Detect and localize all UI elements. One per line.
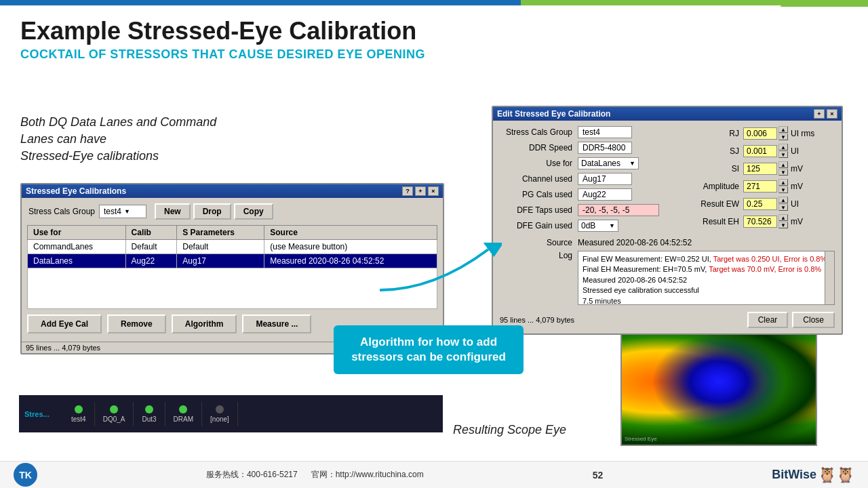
table-row-empty: [28, 268, 437, 309]
main-content: Example Stressed-Eye Calibration COCKTAI…: [0, 5, 868, 461]
esec-row-rj: RJ 0.006 ▲ ▼ UI rms: [699, 126, 835, 140]
esec-right-col: RJ 0.006 ▲ ▼ UI rms SJ: [699, 126, 835, 235]
esec-row-amplitude: Amplitude 271 ▲ ▼ mV: [699, 179, 835, 193]
bottom-bar-label: Stres...: [19, 410, 63, 418]
esec-row-result-ew: Result EW 0.25 ▲ ▼ UI: [699, 197, 835, 211]
esec-result-ew-spinbtns: ▲ ▼: [778, 197, 788, 211]
esec-clear-button[interactable]: Clear: [747, 312, 789, 328]
esec-row-si: SI 125 ▲ ▼ mV: [699, 161, 835, 176]
esec-row-channel: Channel used Aug17: [500, 173, 692, 185]
esec-result-ew-spin: 0.25 ▲ ▼: [743, 197, 788, 211]
heatmap-visualization: [622, 319, 816, 445]
sec-group-row: Stress Cals Group test4 ▼ New Drop Copy: [27, 203, 437, 220]
bottom-taskbar: Stres... test4 DQ0_A Dut3 DRAM [none]: [19, 395, 443, 432]
sec-close-button[interactable]: ×: [428, 186, 439, 196]
esec-sj-down[interactable]: ▼: [778, 151, 788, 158]
esec-amplitude-down[interactable]: ▼: [778, 186, 788, 193]
sec-copy-button[interactable]: Copy: [234, 203, 273, 220]
cell-s-params: Aug17: [177, 254, 264, 268]
esec-usefor-dropdown[interactable]: DataLanes ▼: [578, 157, 639, 169]
esec-rj-spinbtns: ▲ ▼: [778, 126, 788, 140]
esec-log-container: Final EW Measurement: EW=0.252 UI, Targe…: [578, 251, 835, 308]
chevron-down-icon: ▼: [609, 222, 615, 229]
esec-sj-spin: 0.001 ▲ ▼: [743, 144, 788, 158]
esec-result-ew-down[interactable]: ▼: [778, 204, 788, 211]
bottom-bar-item[interactable]: test4: [63, 402, 95, 426]
bottom-bar-item-label: [none]: [210, 415, 229, 423]
sec-dialog-title: Stressed Eye Calibrations: [26, 186, 126, 196]
esec-result-eh-up[interactable]: ▲: [778, 214, 788, 221]
sec-measure-button[interactable]: Measure ...: [242, 314, 311, 333]
esec-bottom-buttons: Clear Close: [747, 312, 835, 328]
table-row[interactable]: CommandLanes Default Default (use Measur…: [28, 240, 437, 254]
status-dot: [110, 405, 118, 413]
esec-amplitude-up[interactable]: ▲: [778, 179, 788, 186]
sec-calibrations-table: Use for Calib S Parameters Source Comman…: [27, 225, 437, 309]
bottom-bar-item-label: DQ0_A: [103, 415, 125, 423]
esec-row-sj: SJ 0.001 ▲ ▼ UI: [699, 144, 835, 158]
esec-close-button[interactable]: ×: [827, 109, 837, 119]
footer-website: 官网：http://www.rituchina.com: [311, 469, 424, 481]
esec-si-down[interactable]: ▼: [778, 169, 788, 176]
esec-log-scrollbar[interactable]: [825, 251, 834, 304]
owl-icon: 🦉🦉: [818, 466, 854, 484]
sec-add-eye-cal-button[interactable]: Add Eye Cal: [27, 314, 102, 333]
sec-add-button[interactable]: +: [415, 186, 426, 196]
sec-new-button[interactable]: New: [155, 203, 191, 220]
esec-row-dfe-gain: DFE Gain used 0dB ▼: [500, 220, 692, 232]
cell-s-params: Default: [177, 240, 264, 254]
esec-titlebar: Edit Stressed Eye Calibration + ×: [493, 107, 842, 121]
sec-remove-button[interactable]: Remove: [107, 314, 166, 333]
sec-drop-button[interactable]: Drop: [193, 203, 231, 220]
bottom-bar-item-label: Dut3: [142, 415, 156, 423]
table-row[interactable]: DataLanes Aug22 Aug17 Measured 2020-08-2…: [28, 254, 437, 268]
sec-algorithm-button[interactable]: Algorithm: [172, 314, 237, 333]
esec-add-button[interactable]: +: [814, 109, 825, 119]
esec-gain-dropdown[interactable]: 0dB ▼: [578, 220, 618, 232]
callout-box: Algorithm for how to add stressors can b…: [334, 325, 524, 374]
esec-rj-down[interactable]: ▼: [778, 134, 788, 140]
status-dot: [75, 405, 83, 413]
esec-status: 95 lines ... 4,079 bytes: [500, 316, 574, 324]
sec-group-label: Stress Cals Group: [27, 207, 95, 216]
esec-row-ddr: DDR Speed DDR5-4800: [500, 142, 692, 154]
sec-dialog-title-buttons: ? + ×: [402, 186, 439, 196]
sec-help-button[interactable]: ?: [402, 186, 413, 196]
status-dot: [216, 405, 224, 413]
esec-row-group: Stress Cals Group test4: [500, 126, 692, 138]
esec-left-col: Stress Cals Group test4 DDR Speed DDR5-4…: [500, 126, 692, 235]
esec-rj-up[interactable]: ▲: [778, 126, 788, 133]
bottom-bar-item[interactable]: [none]: [202, 402, 238, 426]
esec-title: Edit Stressed Eye Calibration: [497, 109, 610, 119]
esec-columns: Stress Cals Group test4 DDR Speed DDR5-4…: [500, 126, 835, 235]
footer: TK 服务热线：400-616-5217 官网：http://www.rituc…: [0, 461, 868, 488]
esec-row-dfe-taps: DFE Taps used -20, -5, -5, -5: [500, 204, 692, 216]
bottom-bar-item[interactable]: DQ0_A: [95, 402, 134, 426]
esec-si-up[interactable]: ▲: [778, 161, 788, 168]
cell-calib: Default: [125, 240, 177, 254]
esec-log: Final EW Measurement: EW=0.252 UI, Targe…: [578, 251, 835, 305]
sec-group-dropdown-icon[interactable]: ▼: [124, 208, 130, 215]
esec-row-log: Log Final EW Measurement: EW=0.252 UI, T…: [500, 251, 835, 308]
page-subtitle: COCKTAIL OF STRESSORS THAT CAUSE DESIRED…: [20, 47, 848, 62]
scope-eye-label: Resulting Scope Eye: [453, 423, 566, 437]
esec-row-pgcals: PG Cals used Aug22: [500, 188, 692, 201]
esec-amplitude-spinbtns: ▲ ▼: [778, 179, 788, 193]
esec-body: Stress Cals Group test4 DDR Speed DDR5-4…: [493, 121, 842, 333]
esec-row-result-eh: Result EH 70.526 ▲ ▼ mV: [699, 214, 835, 228]
cell-use-for: DataLanes: [28, 254, 126, 268]
esec-result-eh-down[interactable]: ▼: [778, 222, 788, 228]
esec-close-button[interactable]: Close: [792, 312, 835, 328]
esec-sj-up[interactable]: ▲: [778, 144, 788, 150]
esec-si-spin: 125 ▲ ▼: [743, 161, 788, 176]
esec-amplitude-spin: 271 ▲ ▼: [743, 179, 788, 193]
esec-result-ew-up[interactable]: ▲: [778, 197, 788, 203]
esec-bottom-row: 95 lines ... 4,079 bytes Clear Close: [500, 312, 835, 328]
bottom-bar-item[interactable]: DRAM: [165, 402, 202, 426]
esec-title-buttons: + ×: [814, 109, 837, 119]
bottom-bar-item[interactable]: Dut3: [134, 402, 165, 426]
col-calib: Calib: [125, 226, 177, 240]
esec-row-usefor: Use for DataLanes ▼: [500, 157, 692, 169]
page-title: Example Stressed-Eye Calibration: [20, 18, 848, 45]
sec-dialog-titlebar: Stressed Eye Calibrations ? + ×: [22, 184, 443, 198]
